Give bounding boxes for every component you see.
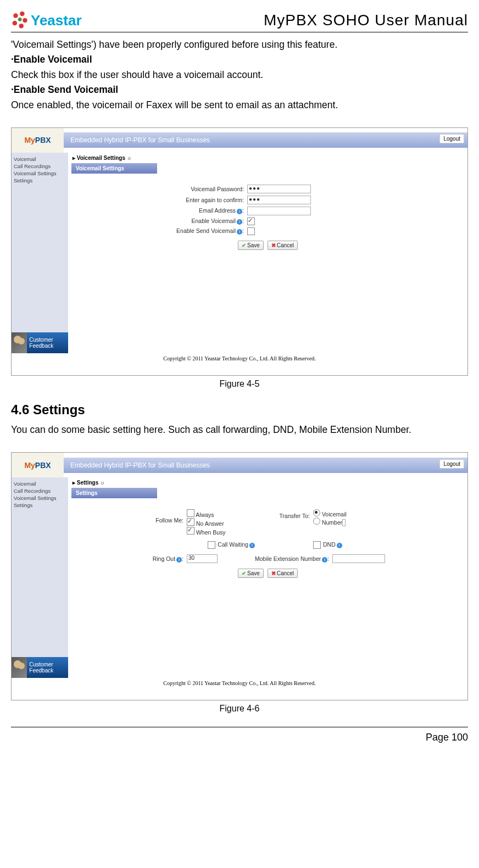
always-checkbox[interactable] — [187, 509, 194, 517]
cancel-button[interactable]: ✖Cancel — [268, 241, 298, 250]
sidebar-item-voicemail[interactable]: Voicemail — [14, 481, 66, 487]
voicemail-radio[interactable] — [313, 509, 320, 516]
number-input[interactable] — [342, 519, 346, 526]
figure-caption-4-6: Figure 4-6 — [11, 704, 468, 714]
sidebar: Voicemail Call Recordings Voicemail Sett… — [12, 477, 68, 678]
enable-voicemail-heading: ·Enable Voicemail — [11, 53, 468, 66]
no-answer-label: No Answer — [196, 520, 224, 527]
figure-caption-4-5: Figure 4-5 — [11, 379, 468, 389]
sidebar-item-call-recordings[interactable]: Call Recordings — [14, 163, 66, 169]
feedback-label: Customer Feedback — [29, 661, 68, 674]
page-header: Yeastar MyPBX SOHO User Manual — [11, 11, 468, 32]
ring-out-input[interactable]: 30 — [187, 554, 218, 563]
sidebar-item-call-recordings[interactable]: Call Recordings — [14, 488, 66, 494]
svg-point-4 — [13, 21, 18, 26]
svg-point-2 — [23, 18, 27, 23]
breadcrumb: ▸ Settings ☼ — [68, 477, 467, 488]
logo-icon — [11, 11, 30, 30]
when-busy-label: When Busy — [196, 529, 226, 536]
feedback-avatar-icon — [12, 332, 27, 353]
sidebar-item-voicemail-settings[interactable]: Voicemail Settings — [14, 170, 66, 176]
feedback-avatar-icon — [12, 657, 27, 678]
app-logo: MyPBX — [24, 136, 51, 144]
email-address-input[interactable] — [247, 207, 311, 215]
mobile-ext-label: Mobile Extension Numberi: — [255, 555, 332, 563]
enable-send-voicemail-desc: Once enabled, the voicemail or Faxex wil… — [11, 98, 468, 112]
save-button[interactable]: ✔Save — [238, 569, 264, 578]
dnd-checkbox[interactable] — [313, 541, 321, 549]
customer-feedback-banner[interactable]: Customer Feedback — [12, 332, 68, 353]
intro-fragment: 'Voicemail Settings') have been properly… — [11, 38, 468, 52]
call-waiting-checkbox[interactable] — [208, 541, 215, 549]
when-busy-checkbox[interactable] — [187, 527, 194, 535]
enable-send-voicemail-checkbox[interactable] — [247, 227, 255, 235]
feedback-label: Customer Feedback — [29, 337, 68, 349]
app-logo: MyPBX — [24, 461, 51, 470]
email-address-label: Email Addressi: — [90, 207, 247, 214]
panel-title: Settings — [71, 488, 157, 498]
logout-button[interactable]: Logout — [439, 459, 464, 469]
screenshot-voicemail-settings: MyPBX Embedded Hybrid IP-PBX for Small B… — [11, 127, 468, 376]
app-logo-area: MyPBX — [12, 128, 64, 153]
call-waiting-label: Call Waitingi — [218, 541, 255, 548]
app-tagline: Embedded Hybrid IP-PBX for Small Busines… — [70, 461, 467, 469]
sidebar: Voicemail Call Recordings Voicemail Sett… — [12, 153, 68, 353]
app-logo-area: MyPBX — [12, 453, 64, 477]
info-icon[interactable]: i — [237, 219, 242, 225]
vm-confirm-input[interactable]: ●●● — [247, 196, 311, 204]
page-number: Page 100 — [426, 732, 468, 743]
number-radio[interactable] — [313, 518, 320, 525]
no-answer-checkbox[interactable] — [187, 518, 194, 526]
document-title: MyPBX SOHO User Manual — [264, 12, 468, 29]
info-icon[interactable]: i — [322, 557, 327, 563]
vm-confirm-label: Enter again to confirm: — [90, 197, 247, 203]
transfer-to-label: Transfer To: — [255, 509, 313, 519]
vm-password-label: Voicemail Password: — [90, 186, 247, 192]
svg-point-1 — [20, 12, 25, 16]
svg-point-0 — [13, 13, 18, 18]
save-button[interactable]: ✔Save — [238, 241, 264, 250]
ring-out-label: Ring Outi: — [90, 555, 187, 563]
screenshot-settings: MyPBX Embedded Hybrid IP-PBX for Small B… — [11, 452, 468, 700]
info-icon[interactable]: i — [337, 543, 342, 548]
copyright-text: Copyright © 2011 Yeastar Technology Co.,… — [12, 678, 467, 687]
enable-voicemail-desc: Check this box if the user should have a… — [11, 68, 468, 82]
dnd-label: DNDi — [323, 541, 342, 548]
sidebar-item-settings[interactable]: Settings — [14, 177, 66, 183]
sidebar-item-settings[interactable]: Settings — [14, 502, 66, 508]
customer-feedback-banner[interactable]: Customer Feedback — [12, 657, 68, 678]
enable-voicemail-label: Enable Voicemaili: — [90, 218, 247, 225]
enable-voicemail-checkbox[interactable] — [247, 218, 255, 225]
section-4-6-text: You can do some basic setting here. Such… — [11, 423, 468, 437]
svg-point-5 — [18, 18, 22, 21]
info-icon[interactable]: i — [237, 209, 242, 214]
info-icon[interactable]: i — [237, 229, 242, 235]
sidebar-item-voicemail-settings[interactable]: Voicemail Settings — [14, 495, 66, 501]
follow-me-label: Follow Me: — [90, 509, 187, 524]
section-heading-4-6: 4.6 Settings — [11, 402, 468, 418]
vm-password-input[interactable]: ●●● — [247, 185, 311, 193]
info-icon[interactable]: i — [176, 557, 182, 563]
enable-send-voicemail-label: Enable Send Voicemaili: — [90, 227, 247, 235]
brand-name: Yeastar — [31, 12, 82, 29]
number-option-label: Number — [322, 519, 342, 526]
brand-logo: Yeastar — [11, 11, 82, 30]
svg-point-3 — [19, 24, 24, 29]
breadcrumb: ▸ Voicemail Settings ☼ — [68, 153, 467, 163]
logout-button[interactable]: Logout — [439, 134, 464, 143]
enable-send-voicemail-heading: ·Enable Send Voicemail — [11, 83, 468, 97]
sidebar-item-voicemail[interactable]: Voicemail — [14, 156, 66, 162]
app-tagline: Embedded Hybrid IP-PBX for Small Busines… — [70, 136, 467, 144]
cancel-button[interactable]: ✖Cancel — [268, 569, 298, 578]
info-icon[interactable]: i — [249, 543, 255, 548]
copyright-text: Copyright © 2011 Yeastar Technology Co.,… — [12, 353, 467, 363]
voicemail-option-label: Voicemail — [322, 511, 347, 518]
mobile-ext-input[interactable] — [332, 554, 385, 563]
panel-title: Voicemail Settings — [71, 163, 157, 174]
page-footer: Page 100 — [11, 727, 468, 743]
always-label: Always — [196, 511, 214, 518]
